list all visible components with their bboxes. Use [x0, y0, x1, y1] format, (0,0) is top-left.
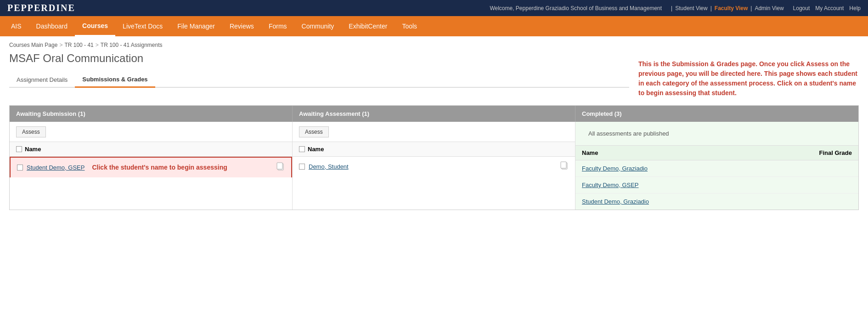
tab-assignment-details[interactable]: Assignment Details [9, 72, 75, 87]
left-content: MSAF Oral Communication Assignment Detai… [9, 52, 629, 88]
svg-rect-3 [561, 162, 566, 168]
page-annotation: This is the Submission & Grades page. On… [638, 59, 859, 98]
col1-action-row: Assess [10, 122, 292, 142]
grid-body: Assess Name Student Demo, GSEP Click the… [10, 122, 858, 210]
nav-dashboard[interactable]: Dashboard [29, 17, 75, 35]
col2-name-header: Name [293, 142, 575, 157]
copy-icon-2[interactable] [560, 161, 569, 172]
table-row: Student Demo, Graziadio [575, 193, 858, 210]
table-row: Faculty Demo, Graziadio [575, 160, 858, 177]
published-text: All assessments are published [582, 125, 676, 142]
nav-community[interactable]: Community [294, 17, 342, 35]
nav-exhibit-center[interactable]: ExhibitCenter [341, 17, 395, 35]
col1-name-header: Name [10, 142, 292, 157]
col1-rows: Student Demo, GSEP Click the student's n… [10, 157, 292, 210]
student-checkbox-1[interactable] [17, 165, 23, 171]
table-row: Demo, Student [293, 157, 575, 176]
col-header-awaiting-submission: Awaiting Submission (1) [10, 106, 293, 122]
grid-header: Awaiting Submission (1) Awaiting Assessm… [10, 106, 858, 122]
col-header-completed: Completed (3) [575, 106, 858, 122]
col3-name-header: Name Final Grade [575, 146, 858, 160]
nav-ais[interactable]: AIS [4, 17, 29, 35]
col1-select-all-checkbox[interactable] [16, 146, 22, 152]
col-awaiting-submission: Assess Name Student Demo, GSEP Click the… [10, 122, 293, 210]
student-checkbox-2[interactable] [299, 164, 305, 170]
tabs-container: Assignment Details Submissions & Grades [9, 72, 629, 88]
col2-action-row: Assess [293, 122, 575, 142]
content-area: Courses Main Page > TR 100 - 41 > TR 100… [0, 36, 868, 216]
assess-button-col1[interactable]: Assess [16, 126, 46, 137]
click-annotation: Click the student's name to begin assess… [92, 163, 227, 172]
col-header-awaiting-assessment: Awaiting Assessment (1) [293, 106, 575, 122]
breadcrumb-assignments[interactable]: TR 100 - 41 Assignments [101, 42, 163, 48]
col2-select-all-checkbox[interactable] [299, 146, 305, 152]
col2-name-label: Name [308, 146, 324, 153]
page-title: MSAF Oral Communication [9, 52, 629, 65]
final-grade-label: Final Grade [819, 149, 852, 156]
assess-button-col2[interactable]: Assess [299, 126, 329, 137]
faculty-view-link[interactable]: Faculty View [715, 5, 748, 11]
breadcrumb-courses-main[interactable]: Courses Main Page [9, 42, 57, 48]
col2-rows: Demo, Student [293, 157, 575, 210]
student-link-demo[interactable]: Demo, Student [309, 163, 349, 170]
copy-icon-1[interactable] [276, 162, 285, 173]
top-bar-left: PEPPERDINE [7, 3, 75, 13]
nav-forms[interactable]: Forms [261, 17, 294, 35]
student-link-faculty-graziadio[interactable]: Faculty Demo, Graziadio [582, 165, 648, 172]
table-row: Faculty Demo, GSEP [575, 177, 858, 193]
nav-file-manager[interactable]: File Manager [170, 17, 222, 35]
logout-link[interactable]: Logout [793, 5, 810, 11]
top-bar: PEPPERDINE Welcome, Pepperdine Graziadio… [0, 0, 868, 16]
nav-livetext-docs[interactable]: LiveText Docs [115, 17, 170, 35]
breadcrumb-course[interactable]: TR 100 - 41 [64, 42, 93, 48]
col1-name-label: Name [25, 146, 41, 153]
tab-submissions-grades[interactable]: Submissions & Grades [75, 72, 155, 88]
col-awaiting-assessment: Assess Name Demo, Student [293, 122, 575, 210]
student-link-gsep[interactable]: Student Demo, GSEP [27, 164, 85, 171]
student-link-student-graziadio[interactable]: Student Demo, Graziadio [582, 198, 649, 205]
welcome-text: Welcome, Pepperdine Graziadio School of … [490, 5, 662, 11]
nav-tools[interactable]: Tools [395, 17, 424, 35]
breadcrumb: Courses Main Page > TR 100 - 41 > TR 100… [9, 42, 859, 48]
svg-rect-1 [277, 163, 282, 169]
table-row: Student Demo, GSEP Click the student's n… [10, 157, 292, 177]
admin-view-link[interactable]: Admin View [755, 5, 783, 11]
top-section: MSAF Oral Communication Assignment Detai… [9, 52, 859, 98]
col3-name-label: Name [582, 149, 598, 156]
help-link[interactable]: Help [849, 5, 861, 11]
student-link-faculty-gsep[interactable]: Faculty Demo, GSEP [582, 182, 639, 188]
pepperdine-logo: PEPPERDINE [7, 3, 75, 13]
nav-bar: AIS Dashboard Courses LiveText Docs File… [0, 16, 868, 36]
col3-rows: Faculty Demo, Graziadio Faculty Demo, GS… [575, 160, 858, 210]
col3-action-row: All assessments are published [575, 122, 858, 146]
col-completed: All assessments are published Name Final… [575, 122, 858, 210]
nav-reviews[interactable]: Reviews [222, 17, 261, 35]
my-account-link[interactable]: My Account [815, 5, 844, 11]
nav-courses[interactable]: Courses [75, 17, 115, 36]
student-view-link[interactable]: Student View [675, 5, 708, 11]
submissions-table: Awaiting Submission (1) Awaiting Assessm… [9, 105, 859, 210]
